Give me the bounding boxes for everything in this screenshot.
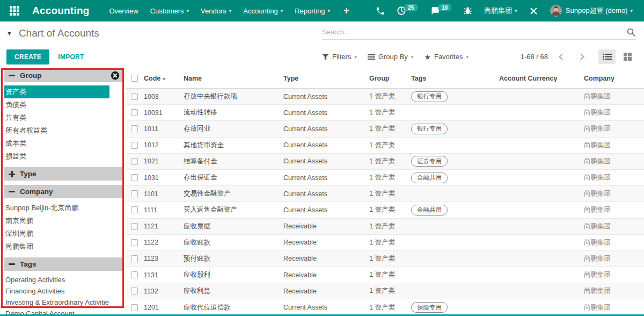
cell-company: 尚鹏集团 xyxy=(584,238,644,247)
cell-code: 1012 xyxy=(144,141,184,149)
import-button[interactable]: IMPORT xyxy=(58,53,84,61)
row-checkbox[interactable] xyxy=(131,93,138,100)
row-checkbox[interactable] xyxy=(131,239,138,246)
group-facet-item[interactable]: 共有类 xyxy=(4,111,109,124)
create-button[interactable]: CREATE xyxy=(6,49,49,64)
row-checkbox[interactable] xyxy=(131,288,138,295)
table-row[interactable]: 1021 结算备付金 Current Assets 1 资产类 证券专用 尚鹏集… xyxy=(126,154,644,170)
table-row[interactable]: 1111 买入返售金融资产 Current Assets 1 资产类 金融共用 … xyxy=(126,202,644,218)
table-row[interactable]: 1121 应收票据 Receivable 1 资产类 尚鹏集团 xyxy=(126,219,644,235)
bug-icon xyxy=(463,6,472,16)
cell-name: 交易性金融资产 xyxy=(184,189,283,198)
debug-button[interactable] xyxy=(458,0,477,21)
column-header-company[interactable]: Company xyxy=(584,75,644,82)
favorites-menu-button[interactable]: ★ Favorites ▾ xyxy=(424,53,469,61)
breadcrumb-action-caret-icon[interactable]: ▼ xyxy=(6,30,12,37)
column-header-group[interactable]: Group xyxy=(369,75,411,82)
column-header-code[interactable]: Code▾ xyxy=(144,75,184,82)
table-row[interactable]: 1012 其他货币资金 Current Assets 1 资产类 尚鹏集团 xyxy=(126,138,644,154)
filters-menu-button[interactable]: Filters ▾ xyxy=(322,53,357,61)
row-checkbox[interactable] xyxy=(131,304,138,311)
navbar-menu-item[interactable]: Overview ▾ xyxy=(104,0,144,21)
table-row[interactable]: 1132 应收利息 Receivable 1 资产类 尚鹏集团 xyxy=(126,283,644,299)
type-section-header[interactable]: Type xyxy=(4,167,124,181)
group-section-title: Group xyxy=(20,71,111,80)
apps-menu-button[interactable] xyxy=(6,3,23,19)
row-checkbox[interactable] xyxy=(131,109,138,116)
tools-button[interactable] xyxy=(524,0,543,21)
column-header-name[interactable]: Name xyxy=(184,75,283,82)
company-facet-item[interactable]: 尚鹏集团 xyxy=(4,240,109,253)
company-facet-item[interactable]: 深圳尚鹏 xyxy=(4,227,109,240)
messages-button[interactable]: 10 xyxy=(425,0,457,21)
column-header-tags[interactable]: Tags xyxy=(411,75,499,82)
navbar-menu-item[interactable]: Customers ▾ xyxy=(144,0,195,21)
column-header-type[interactable]: Type xyxy=(283,75,369,82)
group-facet-item[interactable]: 资产类 xyxy=(4,85,109,98)
row-checkbox[interactable] xyxy=(131,158,138,165)
row-checkbox[interactable] xyxy=(131,223,138,230)
row-checkbox[interactable] xyxy=(131,206,138,213)
navbar-menu-item[interactable]: Accounting ▾ xyxy=(237,0,289,21)
search-input[interactable] xyxy=(322,28,626,36)
main-content: Group 资产类 负债类 共有类 所有者权益类 成本类 xyxy=(0,68,644,316)
chevron-down-icon: ▾ xyxy=(229,8,232,13)
groupby-menu-button[interactable]: Group By ▾ xyxy=(368,53,413,61)
company-section-header[interactable]: Company xyxy=(4,185,124,198)
cell-code: 1031 xyxy=(144,174,184,182)
group-facet-item[interactable]: 成本类 xyxy=(4,137,109,150)
row-checkbox[interactable] xyxy=(131,190,138,197)
list-view-button[interactable] xyxy=(598,49,616,64)
tags-facet-item[interactable]: Financing Activities xyxy=(4,285,109,297)
navbar-menu-item[interactable]: Reporting ▾ xyxy=(289,0,336,21)
search-box[interactable] xyxy=(322,27,636,40)
cell-code: 1011 xyxy=(144,125,184,133)
activities-button[interactable]: 25 xyxy=(392,0,423,21)
table-row[interactable]: 1003 存放中央银行款项 Current Assets 1 资产类 银行专用 … xyxy=(126,89,644,105)
clear-group-filter-icon[interactable] xyxy=(111,71,120,80)
select-all-checkbox[interactable] xyxy=(131,75,138,82)
cell-name: 存放同业 xyxy=(184,124,283,133)
table-row[interactable]: 1031 存出保证金 Current Assets 1 资产类 金融共用 尚鹏集… xyxy=(126,170,644,186)
cell-company: 尚鹏集团 xyxy=(584,189,644,198)
table-row[interactable]: 1122 应收账款 Receivable 1 资产类 尚鹏集团 xyxy=(126,235,644,251)
group-facet-item[interactable]: 负债类 xyxy=(4,98,109,111)
row-checkbox[interactable] xyxy=(131,255,138,262)
table-row[interactable]: 10031 流动性转移 Current Assets 1 资产类 尚鹏集团 xyxy=(126,105,644,121)
company-section-title: Company xyxy=(20,188,120,196)
table-row[interactable]: 1101 交易性金融资产 Current Assets 1 资产类 尚鹏集团 xyxy=(126,186,644,202)
cell-company: 尚鹏集团 xyxy=(584,205,644,214)
row-checkbox[interactable] xyxy=(131,142,138,149)
table-row[interactable]: 1131 应收股利 Receivable 1 资产类 尚鹏集团 xyxy=(126,267,644,283)
row-checkbox[interactable] xyxy=(131,271,138,278)
cell-type: Current Assets xyxy=(283,206,369,214)
navbar-menu-item[interactable]: Vendors ▾ xyxy=(195,0,237,21)
pager-previous-icon[interactable] xyxy=(559,53,566,60)
column-header-currency[interactable]: Account Currency xyxy=(499,75,584,82)
group-facet-item[interactable]: 所有者权益类 xyxy=(4,124,109,137)
accounts-list-view: Code▾ Name Type Group Tags Account Curre… xyxy=(126,68,644,316)
row-checkbox[interactable] xyxy=(131,174,138,181)
collapse-minus-icon xyxy=(9,263,16,265)
table-row[interactable]: 1123 预付账款 Receivable 1 资产类 尚鹏集团 xyxy=(126,251,644,267)
cell-group: 1 资产类 xyxy=(369,189,411,198)
pager-next-icon[interactable] xyxy=(577,53,584,60)
cell-company: 尚鹏集团 xyxy=(584,173,644,182)
row-checkbox[interactable] xyxy=(131,125,138,132)
group-facet-item[interactable]: 损益类 xyxy=(4,150,109,163)
search-icon[interactable] xyxy=(626,27,636,37)
table-row[interactable]: 1011 存放同业 Current Assets 1 资产类 银行专用 尚鹏集团 xyxy=(126,121,644,137)
cell-company: 尚鹏集团 xyxy=(584,222,644,231)
user-menu[interactable]: Sunpop超管 (demo) ▾ xyxy=(545,0,638,21)
phone-button[interactable] xyxy=(371,0,390,21)
company-switcher[interactable]: 尚鹏集团 ▾ xyxy=(479,0,522,21)
company-facet-item[interactable]: 南京尚鹏 xyxy=(4,214,109,227)
company-facet-item[interactable]: Sunpop Beijin-北京尚鹏 xyxy=(4,202,109,214)
tags-section-header[interactable]: Tags xyxy=(4,257,124,271)
tags-facet-item[interactable]: Operating Activities xyxy=(4,274,109,285)
kanban-view-button[interactable] xyxy=(619,49,636,64)
quick-create-button[interactable]: + xyxy=(336,5,357,17)
group-section-header[interactable]: Group xyxy=(4,69,124,82)
table-row[interactable]: 1201 应收代位追偿款 Current Assets 1 资产类 保险专用 尚… xyxy=(126,299,644,315)
tags-facet-item[interactable]: Investing & Extraordinary Activities xyxy=(4,297,109,308)
